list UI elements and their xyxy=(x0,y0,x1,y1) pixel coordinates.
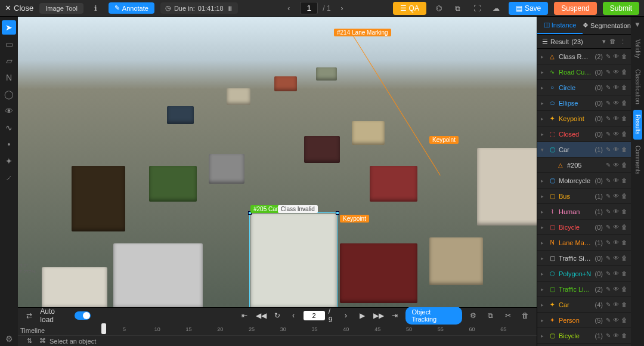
class-invalid-label[interactable]: Class Invalid xyxy=(278,205,318,213)
eye-icon[interactable]: 👁 xyxy=(613,317,619,323)
edit-icon[interactable]: ✎ xyxy=(606,100,611,106)
magic-tool[interactable]: ✦ xyxy=(2,154,16,168)
object-tracking-pill[interactable]: Object Tracking xyxy=(405,307,462,325)
edit-icon[interactable]: ✎ xyxy=(606,69,611,75)
side-tab-classification[interactable]: Classification xyxy=(633,64,642,109)
edit-icon[interactable]: ✎ xyxy=(606,239,611,246)
edit-icon[interactable]: ✎ xyxy=(606,270,611,277)
result-item[interactable]: ▸▢Traffic Signs(0)✎👁🗑 xyxy=(537,251,631,266)
result-item[interactable]: ▾▢Car(1)✎👁🗑 xyxy=(537,142,631,157)
pager-prev-icon[interactable]: ‹ xyxy=(282,2,295,15)
skip-start-icon[interactable]: ⇤ xyxy=(239,309,251,322)
filter-icon[interactable]: ▼ xyxy=(632,19,643,30)
delete-icon[interactable]: 🗑 xyxy=(621,208,627,215)
delete-icon[interactable]: 🗑 xyxy=(621,224,627,230)
select-object-label[interactable]: Select an object xyxy=(49,338,96,345)
delete-icon[interactable]: 🗑 xyxy=(621,162,627,168)
edit-icon[interactable]: ✎ xyxy=(606,177,611,184)
eye-icon[interactable]: 👁 xyxy=(613,162,619,168)
edit-icon[interactable]: ✎ xyxy=(606,115,611,122)
edit-icon[interactable]: ✎ xyxy=(606,53,611,60)
brush-tool[interactable]: ⟋ xyxy=(2,171,16,185)
delete-icon[interactable]: 🗑 xyxy=(621,146,627,153)
edit-icon[interactable]: ✎ xyxy=(606,224,611,230)
keypoint2-label[interactable]: Keypoint xyxy=(340,215,369,223)
edit-icon[interactable]: ✎ xyxy=(606,317,611,323)
delete-icon[interactable]: 🗑 xyxy=(621,193,627,199)
delete-icon[interactable]: 🗑 xyxy=(621,100,627,106)
side-tab-results[interactable]: Results xyxy=(633,110,642,139)
result-item[interactable]: ▸○Circle(0)✎👁🗑 xyxy=(537,80,631,95)
delete-icon[interactable]: 🗑 xyxy=(621,301,627,308)
eye-icon[interactable]: 👁 xyxy=(613,115,619,122)
eye-icon[interactable]: 👁 xyxy=(613,177,619,184)
result-item[interactable]: ▸▢Motorcycle(0)✎👁🗑 xyxy=(537,173,631,189)
edit-icon[interactable]: ✎ xyxy=(606,301,611,308)
skip-end-icon[interactable]: ⇥ xyxy=(388,309,401,322)
delete-icon[interactable]: 🗑 xyxy=(621,270,627,277)
edit-icon[interactable]: ✎ xyxy=(606,255,611,261)
suspend-button[interactable]: Suspend xyxy=(554,2,596,15)
edit-icon[interactable]: ✎ xyxy=(606,208,611,215)
playhead[interactable] xyxy=(101,323,106,334)
result-item[interactable]: △#205✎👁🗑 xyxy=(537,157,631,173)
result-item[interactable]: ▸▢Bicycle(1)✎👁🗑 xyxy=(537,328,631,344)
car-tag-label[interactable]: #205 Car xyxy=(250,205,281,213)
info-icon[interactable]: ℹ xyxy=(89,2,103,15)
eye-icon[interactable]: 👁 xyxy=(613,286,619,292)
prev-frame-icon[interactable]: ‹ xyxy=(287,309,299,322)
edit-icon[interactable]: ✎ xyxy=(606,131,611,137)
frame-input[interactable] xyxy=(304,311,325,320)
more-icon[interactable]: ⋮ xyxy=(620,38,626,45)
play-icon[interactable]: ▶ xyxy=(356,309,369,322)
result-item[interactable]: ▸▢Traffic Light(2)✎👁🗑 xyxy=(537,282,631,297)
eye-icon[interactable]: 👁 xyxy=(613,69,619,75)
delete-icon[interactable]: 🗑 xyxy=(621,131,627,137)
side-tab-validity[interactable]: Validity xyxy=(633,35,642,63)
filter-funnel-icon[interactable]: ▾ xyxy=(602,38,606,45)
result-item[interactable]: ▸⬭Ellipse(0)✎👁🗑 xyxy=(537,95,631,111)
edit-icon[interactable]: ✎ xyxy=(606,84,611,91)
canvas[interactable]: #214 Lane Marking Keypoint #205 Car Clas… xyxy=(18,17,537,307)
eye-icon[interactable]: 👁 xyxy=(613,301,619,308)
side-tab-comments[interactable]: Comments xyxy=(633,141,642,179)
eye-icon[interactable]: 👁 xyxy=(613,100,619,106)
edit-icon[interactable]: ✎ xyxy=(606,286,611,292)
curve-tool[interactable]: ∿ xyxy=(2,121,16,135)
point-tool[interactable]: • xyxy=(2,137,16,152)
pager-input[interactable] xyxy=(300,2,318,14)
tab-instance[interactable]: ◫Instance xyxy=(537,17,583,34)
delete-icon[interactable]: 🗑 xyxy=(621,115,627,122)
delete-icon[interactable]: 🗑 xyxy=(621,69,627,75)
polyline-tool[interactable]: N xyxy=(2,70,16,85)
cloud-icon[interactable]: ☁ xyxy=(490,2,503,15)
result-item[interactable]: ▸⬚Closed(0)✎👁🗑 xyxy=(537,126,631,142)
result-item[interactable]: ▸⬠Polygon+N(0)✎👁🗑 xyxy=(537,266,631,282)
eye-icon[interactable]: 👁 xyxy=(613,255,619,261)
settings-tool[interactable]: ⚙ xyxy=(2,332,16,346)
save-button[interactable]: ▤Save xyxy=(509,2,548,15)
delete-icon[interactable]: 🗑 xyxy=(621,255,627,261)
trash-all-icon[interactable]: 🗑 xyxy=(609,38,616,45)
selection-box[interactable] xyxy=(249,212,338,307)
result-item[interactable]: ▸∿Road Curvat...(0)✎👁🗑 xyxy=(537,64,631,80)
eye-icon[interactable]: 👁 xyxy=(613,53,619,60)
image-tool-pill[interactable]: Image Tool xyxy=(39,3,83,14)
next-frame-icon[interactable]: › xyxy=(340,309,352,322)
timeline-settings-icon[interactable]: ⇄ xyxy=(23,309,35,322)
delete-icon[interactable]: 🗑 xyxy=(621,332,627,339)
close-button[interactable]: ✕ Close xyxy=(5,4,33,13)
edit-icon[interactable]: ✎ xyxy=(606,332,611,339)
eye-icon[interactable]: 👁 xyxy=(613,239,619,246)
delete-icon[interactable]: 🗑 xyxy=(621,84,627,91)
qa-button[interactable]: ☰ QA xyxy=(393,2,426,15)
tab-segmentation[interactable]: ❖Segmentation xyxy=(583,17,631,33)
edit-icon[interactable]: ✎ xyxy=(606,193,611,199)
lane-marking-label[interactable]: #214 Lane Marking xyxy=(334,29,391,36)
eye-icon[interactable]: 👁 xyxy=(613,270,619,277)
delete-icon[interactable]: 🗑 xyxy=(621,239,627,246)
edit-icon[interactable]: ✎ xyxy=(606,162,611,168)
delete-icon[interactable]: 🗑 xyxy=(621,317,627,323)
expand-icon[interactable]: ⛶ xyxy=(470,2,484,15)
result-item[interactable]: ▸✦Keypoint(0)✎👁🗑 xyxy=(537,111,631,126)
